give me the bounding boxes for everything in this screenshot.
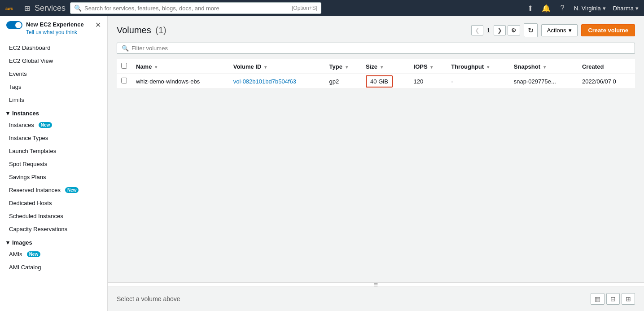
new-experience-toggle[interactable]	[6, 21, 22, 29]
col-volume-id: Volume ID ▾	[229, 59, 325, 74]
filter-bar: 🔍	[117, 43, 635, 54]
table-settings-button[interactable]: ⚙	[508, 25, 520, 35]
filter-search-icon: 🔍	[122, 45, 129, 52]
banner-title: New EC2 Experience	[26, 21, 84, 29]
page-title: Volumes (1)	[117, 25, 166, 35]
panel-view-split-v-button[interactable]: ⊞	[622, 293, 635, 305]
refresh-button[interactable]: ↻	[524, 23, 538, 37]
filter-input[interactable]	[131, 45, 630, 52]
sidebar-item-ami-catalog[interactable]: AMI Catalog	[0, 261, 107, 274]
sidebar-item-amis[interactable]: AMIs New	[0, 248, 107, 261]
bell-icon[interactable]: 🔔	[542, 4, 551, 13]
bottom-panel: ≡ Select a volume above ▦ ⊟ ⊞	[108, 282, 644, 311]
user-menu[interactable]: Dharma ▾	[613, 5, 639, 12]
sidebar-item-reserved-instances[interactable]: Reserved Instances New	[0, 184, 107, 197]
col-name-sort-icon[interactable]: ▾	[155, 65, 157, 70]
top-navigation: aws ⊞ Services 🔍 [Option+S] ⬆ 🔔 ? N. Vir…	[0, 0, 644, 16]
user-chevron-icon: ▾	[635, 5, 639, 12]
panel-resize-handle[interactable]: ≡	[108, 283, 644, 287]
page-number: 1	[485, 27, 492, 34]
volumes-count: (1)	[155, 25, 166, 35]
region-label: N. Virginia	[574, 5, 601, 12]
panel-view-grid-button[interactable]: ▦	[591, 293, 605, 305]
volumes-header: Volumes (1) ❮ 1 ❯ ⚙ ↻ Actions ▾	[117, 23, 635, 37]
instances-chevron-icon: ▾	[6, 110, 9, 117]
row-name: whiz-demo-windows-ebs	[131, 74, 229, 89]
sidebar-item-instances[interactable]: Instances New	[0, 118, 107, 131]
help-icon[interactable]: ?	[558, 4, 567, 13]
row-created: 2022/06/07 0	[578, 74, 635, 89]
user-label: Dharma	[613, 5, 634, 12]
sidebar-item-events[interactable]: Events	[0, 67, 107, 80]
banner-link[interactable]: Tell us what you think	[26, 29, 77, 35]
services-label[interactable]: Services	[35, 4, 66, 13]
sidebar-item-spot-requests[interactable]: Spot Requests	[0, 158, 107, 171]
size-value: 40 GiB	[366, 75, 393, 88]
col-iops-sort-icon[interactable]: ▾	[430, 65, 433, 70]
amis-new-badge: New	[27, 251, 41, 257]
sidebar-item-savings-plans[interactable]: Savings Plans	[0, 171, 107, 184]
volume-id-link[interactable]: vol-082b101bd7b504f63	[233, 78, 296, 85]
sidebar-section-instances[interactable]: ▾ Instances	[0, 106, 107, 118]
nav-right: ⬆ 🔔 ? N. Virginia ▾ Dharma ▾	[526, 4, 639, 13]
col-size: Size ▾	[361, 59, 409, 74]
col-size-sort-icon[interactable]: ▾	[381, 65, 383, 70]
sidebar-item-scheduled-instances[interactable]: Scheduled Instances	[0, 210, 107, 223]
search-bar: 🔍 [Option+S]	[70, 2, 321, 14]
col-iops: IOPS ▾	[409, 59, 447, 74]
row-checkbox[interactable]	[121, 78, 127, 83]
sidebar-item-launch-templates[interactable]: Launch Templates	[0, 145, 107, 158]
grid-icon[interactable]: ⊞	[24, 4, 30, 13]
select-all-header	[117, 59, 131, 74]
sidebar-item-ec2-global-view[interactable]: EC2 Global View	[0, 54, 107, 67]
actions-button[interactable]: Actions ▾	[541, 24, 578, 36]
sidebar-item-ec2-dashboard[interactable]: EC2 Dashboard	[0, 41, 107, 54]
actions-chevron-icon: ▾	[569, 27, 572, 34]
col-throughput: Throughput ▾	[447, 59, 509, 74]
sidebar-item-capacity-reservations[interactable]: Capacity Reservations	[0, 223, 107, 236]
sidebar-item-instance-types[interactable]: Instance Types	[0, 131, 107, 145]
col-volume-id-sort-icon[interactable]: ▾	[264, 65, 267, 70]
main-content: Volumes (1) ❮ 1 ❯ ⚙ ↻ Actions ▾	[108, 16, 644, 311]
col-type: Type ▾	[325, 59, 361, 74]
sidebar-item-dedicated-hosts[interactable]: Dedicated Hosts	[0, 197, 107, 210]
close-banner-button[interactable]: ✕	[95, 21, 101, 29]
col-name: Name ▾	[131, 59, 229, 74]
table-row: whiz-demo-windows-ebs vol-082b101bd7b504…	[117, 74, 635, 89]
refresh-icon: ↻	[528, 26, 534, 35]
instances-new-badge: New	[39, 122, 53, 128]
col-snapshot-sort-icon[interactable]: ▾	[543, 65, 546, 70]
volumes-table: Name ▾ Volume ID ▾ Type ▾ Size	[117, 59, 635, 89]
sidebar-section-images[interactable]: ▾ Images	[0, 236, 107, 248]
panel-view-icons: ▦ ⊟ ⊞	[591, 293, 635, 305]
panel-view-split-h-button[interactable]: ⊟	[606, 293, 620, 305]
row-volume-id: vol-082b101bd7b504f63	[229, 74, 325, 89]
region-selector[interactable]: N. Virginia ▾	[574, 5, 606, 12]
images-chevron-icon: ▾	[6, 239, 9, 246]
row-iops: 120	[409, 74, 447, 89]
col-type-sort-icon[interactable]: ▾	[346, 65, 348, 70]
sidebar-item-tags[interactable]: Tags	[0, 80, 107, 93]
region-chevron-icon: ▾	[603, 5, 606, 12]
reserved-instances-new-badge: New	[65, 187, 79, 193]
search-input[interactable]	[84, 5, 289, 12]
select-all-checkbox[interactable]	[121, 63, 127, 69]
prev-page-button[interactable]: ❮	[471, 25, 483, 35]
support-icon[interactable]: ⬆	[526, 4, 534, 13]
aws-logo[interactable]: aws	[5, 3, 20, 13]
sidebar-item-limits[interactable]: Limits	[0, 93, 107, 106]
row-size: 40 GiB	[361, 74, 409, 89]
table-header-row: Name ▾ Volume ID ▾ Type ▾ Size	[117, 59, 635, 74]
create-volume-button[interactable]: Create volume	[581, 24, 635, 36]
main-layout: New EC2 Experience Tell us what you thin…	[0, 16, 644, 311]
col-throughput-sort-icon[interactable]: ▾	[487, 65, 489, 70]
volumes-panel: Volumes (1) ❮ 1 ❯ ⚙ ↻ Actions ▾	[108, 16, 644, 282]
row-type: gp2	[325, 74, 361, 89]
col-snapshot: Snapshot ▾	[509, 59, 578, 74]
bottom-panel-content: Select a volume above ▦ ⊟ ⊞	[108, 287, 644, 311]
search-shortcut: [Option+S]	[292, 5, 317, 11]
next-page-button[interactable]: ❯	[494, 25, 506, 35]
select-volume-label: Select a volume above	[117, 295, 180, 302]
col-created: Created	[578, 59, 635, 74]
drag-icon: ≡	[374, 281, 378, 289]
